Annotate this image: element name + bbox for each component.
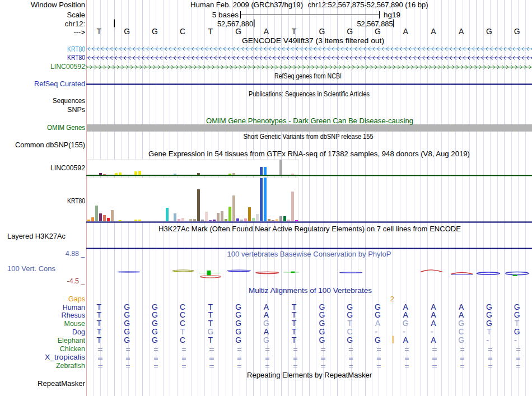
svg-text:100 Vert. Cons: 100 Vert. Cons — [7, 265, 55, 273]
svg-text:G: G — [514, 327, 520, 336]
svg-text:G: G — [458, 336, 464, 344]
svg-text:A: A — [431, 336, 436, 344]
svg-text:Zebrafish: Zebrafish — [56, 362, 85, 370]
svg-text:G: G — [319, 327, 325, 336]
svg-text:G: G — [152, 327, 158, 336]
svg-text:G: G — [235, 27, 241, 36]
svg-text:H3K27Ac Mark (Often Found Near: H3K27Ac Mark (Often Found Near Active Re… — [158, 225, 461, 233]
svg-text:G: G — [514, 27, 520, 36]
svg-text:G: G — [152, 336, 158, 344]
svg-text:G: G — [235, 310, 241, 319]
svg-text:100 vertebrates Basewise Conse: 100 vertebrates Basewise Conservation by… — [227, 250, 391, 258]
svg-text:RefSeq genes from NCBI: RefSeq genes from NCBI — [274, 72, 342, 80]
svg-text:Multiz Alignments of 100 Verte: Multiz Alignments of 100 Vertebrates — [249, 286, 372, 295]
svg-text:G: G — [458, 319, 464, 328]
svg-text:hg19: hg19 — [384, 11, 400, 19]
svg-text:G: G — [235, 327, 241, 336]
svg-text:5 bases: 5 bases — [212, 11, 239, 19]
svg-text:Layered H3K27Ac: Layered H3K27Ac — [7, 232, 66, 240]
svg-text:--->: ---> — [73, 28, 85, 36]
svg-text:G: G — [319, 27, 325, 36]
svg-text:4.88 _: 4.88 _ — [66, 250, 86, 258]
svg-text:A: A — [375, 319, 381, 328]
svg-text:G: G — [486, 27, 492, 36]
svg-text:G: G — [235, 336, 241, 344]
svg-text:G: G — [347, 27, 353, 36]
svg-text:G: G — [124, 310, 130, 319]
svg-text:G: G — [403, 319, 409, 328]
svg-text:Human: Human — [63, 304, 85, 311]
svg-text:Chicken: Chicken — [60, 345, 85, 353]
svg-text:Publications: Sequences in Sci: Publications: Sequences in Scientific Ar… — [249, 90, 370, 98]
svg-text:G: G — [347, 336, 353, 344]
svg-text:C: C — [180, 310, 185, 319]
svg-text:KRT80: KRT80 — [67, 45, 85, 53]
svg-text:X_tropicalis: X_tropicalis — [45, 353, 85, 361]
svg-text:Short Genetic Variants from db: Short Genetic Variants from dbSNP releas… — [244, 133, 374, 141]
svg-text:G: G — [207, 327, 213, 336]
svg-text:T: T — [292, 327, 297, 336]
svg-text:Human Feb. 2009 (GRCh37/hg19): Human Feb. 2009 (GRCh37/hg19) — [190, 1, 303, 9]
svg-text:T: T — [292, 336, 297, 344]
svg-text:G: G — [319, 310, 325, 319]
svg-text:T: T — [487, 327, 492, 336]
svg-text:G: G — [263, 319, 269, 328]
svg-text:Sequences: Sequences — [53, 97, 85, 105]
svg-text:G: G — [152, 319, 158, 328]
svg-text:GENCODE V49lift37 (3 items fil: GENCODE V49lift37 (3 items filtered out) — [242, 36, 384, 45]
svg-text:-4.5 _: -4.5 _ — [67, 277, 86, 285]
svg-text:Gene Expression in 54 tissues: Gene Expression in 54 tissues from GTEx … — [148, 150, 470, 158]
svg-text:52,567,880: 52,567,880 — [217, 20, 253, 28]
svg-text:KRT80: KRT80 — [67, 197, 85, 205]
svg-text:LINC00592: LINC00592 — [50, 164, 85, 172]
svg-text:A: A — [403, 336, 408, 344]
svg-text:T: T — [97, 310, 102, 319]
svg-text:G: G — [375, 336, 381, 344]
svg-text:G: G — [347, 310, 353, 319]
svg-text:G: G — [486, 319, 492, 328]
svg-text:A: A — [264, 327, 269, 336]
svg-text:A: A — [431, 319, 436, 328]
svg-text:T: T — [292, 319, 297, 328]
svg-text:RepeatMasker: RepeatMasker — [38, 380, 85, 388]
svg-text:A: A — [264, 27, 269, 36]
svg-text:Gaps: Gaps — [68, 295, 85, 303]
svg-text:T: T — [515, 319, 520, 328]
svg-text:52,567,885: 52,567,885 — [357, 20, 393, 28]
svg-text:Mouse: Mouse — [64, 320, 85, 328]
svg-text:T: T — [97, 27, 102, 36]
svg-text:G: G — [375, 310, 381, 319]
svg-text:T: T — [208, 310, 213, 319]
svg-text:2: 2 — [390, 295, 394, 303]
svg-text:A: A — [431, 27, 436, 36]
svg-text:T: T — [208, 27, 213, 36]
svg-text:G: G — [319, 319, 325, 328]
svg-text:C: C — [180, 27, 185, 36]
svg-text:Window Position: Window Position — [31, 1, 85, 9]
svg-text:OMIM Gene Phenotypes - Dark Gr: OMIM Gene Phenotypes - Dark Green Can Be… — [206, 117, 413, 125]
svg-text:C: C — [459, 327, 464, 336]
svg-text:G: G — [124, 319, 130, 328]
svg-text:G: G — [486, 310, 492, 319]
svg-text:KRT80: KRT80 — [67, 54, 85, 62]
svg-text:T: T — [292, 27, 297, 36]
svg-text:G: G — [375, 27, 381, 36]
svg-text:A: A — [264, 310, 269, 319]
svg-text:G: G — [319, 336, 325, 344]
svg-text:RefSeq Curated: RefSeq Curated — [34, 80, 85, 88]
svg-text:T: T — [208, 336, 213, 344]
svg-text:C: C — [180, 336, 185, 344]
svg-text:A: A — [459, 310, 464, 319]
svg-text:T: T — [292, 310, 297, 319]
svg-text:A: A — [459, 27, 464, 36]
svg-text:G: G — [152, 310, 158, 319]
svg-text:T: T — [180, 327, 185, 336]
svg-text:Rhesus: Rhesus — [62, 311, 85, 319]
svg-text:A: A — [403, 310, 408, 319]
svg-text:T: T — [97, 327, 102, 336]
svg-text:A: A — [403, 27, 408, 36]
svg-text:LINC00592: LINC00592 — [50, 63, 85, 71]
svg-text:C: C — [347, 327, 353, 336]
svg-text:Repeating Elements by RepeatMa: Repeating Elements by RepeatMasker — [247, 371, 372, 379]
svg-text:G: G — [514, 310, 520, 319]
